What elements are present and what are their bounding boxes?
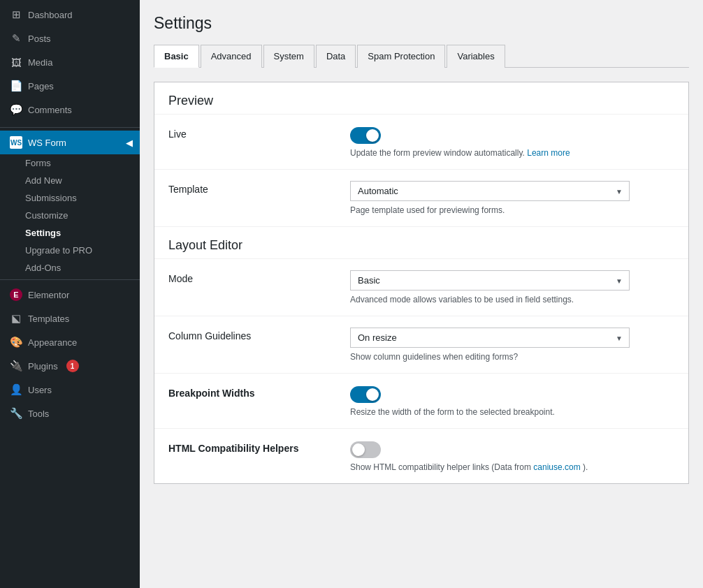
setting-breakpoint-widths-control: Resize the width of the form to the sele… <box>350 385 674 417</box>
page-title: Settings <box>154 14 689 33</box>
templates-icon: ⬕ <box>10 312 22 325</box>
sidebar-item-dashboard[interactable]: ⊞ Dashboard <box>0 3 140 27</box>
tab-spam-protection[interactable]: Spam Protection <box>357 45 445 68</box>
sidebar-item-tools[interactable]: 🔧 Tools <box>0 402 140 425</box>
sidebar-subitem-upgrade[interactable]: Upgrade to PRO <box>0 242 140 259</box>
sidebar-item-users[interactable]: 👤 Users <box>0 378 140 402</box>
sidebar-item-plugins[interactable]: 🔌 Plugins 1 <box>0 354 140 378</box>
setting-column-guidelines: Column Guidelines On resize Always Never… <box>154 316 688 374</box>
breakpoint-widths-toggle-slider <box>350 386 381 403</box>
elementor-icon: E <box>10 288 22 301</box>
setting-html-compat: HTML Compatibility Helpers Show HTML com… <box>154 429 688 483</box>
setting-live: Live Update the form preview window auto… <box>154 115 688 170</box>
tab-data[interactable]: Data <box>316 45 356 68</box>
sidebar-subitem-settings[interactable]: Settings <box>0 224 140 242</box>
setting-template-desc: Page template used for previewing forms. <box>350 205 674 215</box>
sidebar-subitem-customize[interactable]: Customize <box>0 207 140 224</box>
comments-icon: 💬 <box>10 103 22 116</box>
sidebar-item-label: Plugins <box>28 361 58 372</box>
sidebar-item-label: WS Form <box>28 138 66 148</box>
sidebar-item-label: Users <box>28 385 52 395</box>
setting-breakpoint-widths: Breakpoint Widths Resize the width of th… <box>154 374 688 429</box>
setting-template-control: Automatic Default Full Width Page templa… <box>350 181 674 215</box>
setting-live-desc: Update the form preview window automatic… <box>350 148 674 158</box>
setting-breakpoint-widths-label: Breakpoint Widths <box>168 385 336 399</box>
sidebar-item-label: Tools <box>28 409 49 419</box>
live-learn-more-link[interactable]: Learn more <box>527 148 570 158</box>
sidebar-item-label: Elementor <box>28 290 69 300</box>
caniuse-link[interactable]: caniuse.com <box>533 462 580 472</box>
setting-mode-label: Mode <box>168 270 336 284</box>
live-toggle-slider <box>350 127 381 144</box>
media-icon: 🖼 <box>10 56 22 68</box>
sidebar-item-label: Comments <box>28 105 72 115</box>
setting-column-guidelines-control: On resize Always Never Show column guide… <box>350 328 674 362</box>
dashboard-icon: ⊞ <box>10 8 22 21</box>
sidebar-subitem-submissions[interactable]: Submissions <box>0 189 140 207</box>
setting-html-compat-desc: Show HTML compatibility helper links (Da… <box>350 462 674 472</box>
setting-live-label: Live <box>168 126 336 140</box>
plugins-icon: 🔌 <box>10 360 22 372</box>
sidebar-subitem-addons[interactable]: Add-Ons <box>0 259 140 277</box>
tab-system[interactable]: System <box>263 45 314 68</box>
sidebar-item-elementor[interactable]: E Elementor <box>0 283 140 307</box>
sidebar-subitem-add-new[interactable]: Add New <box>0 172 140 189</box>
plugins-badge: 1 <box>66 360 79 372</box>
main-content: Settings Basic Advanced System Data Spam… <box>140 0 703 588</box>
setting-column-guidelines-label: Column Guidelines <box>168 328 336 341</box>
preview-section-title: Preview <box>154 82 688 115</box>
setting-breakpoint-widths-desc: Resize the width of the form to the sele… <box>350 407 674 417</box>
sidebar-item-label: Posts <box>28 34 51 44</box>
sidebar-item-label: Pages <box>28 81 54 91</box>
sidebar-item-wsform[interactable]: WS WS Form ◀ <box>0 131 140 154</box>
template-select[interactable]: Automatic Default Full Width <box>350 181 630 201</box>
setting-mode-control: Basic Advanced Advanced mode allows vari… <box>350 270 674 304</box>
settings-panel: Preview Live Update the form preview win… <box>154 82 689 484</box>
sidebar-item-label: Templates <box>28 314 69 324</box>
sidebar-item-posts[interactable]: ✎ Posts <box>0 27 140 50</box>
column-guidelines-select[interactable]: On resize Always Never <box>350 328 630 348</box>
sidebar-item-label: Media <box>28 57 52 68</box>
appearance-icon: 🎨 <box>10 336 22 348</box>
tab-basic[interactable]: Basic <box>154 45 199 68</box>
wsform-arrow: ◀ <box>126 138 133 148</box>
setting-column-guidelines-desc: Show column guidelines when editing form… <box>350 352 674 362</box>
setting-html-compat-control: Show HTML compatibility helper links (Da… <box>350 440 674 472</box>
tabs-bar: Basic Advanced System Data Spam Protecti… <box>154 44 689 68</box>
setting-template: Template Automatic Default Full Width Pa… <box>154 170 688 227</box>
users-icon: 👤 <box>10 383 22 396</box>
setting-live-control: Update the form preview window automatic… <box>350 126 674 158</box>
html-compat-toggle[interactable] <box>350 441 381 458</box>
breakpoint-widths-toggle[interactable] <box>350 386 381 403</box>
sidebar-item-pages[interactable]: 📄 Pages <box>0 74 140 98</box>
sidebar-item-comments[interactable]: 💬 Comments <box>0 98 140 122</box>
sidebar-item-media[interactable]: 🖼 Media <box>0 50 140 74</box>
setting-html-compat-label: HTML Compatibility Helpers <box>168 440 336 454</box>
layout-editor-section-title: Layout Editor <box>154 227 688 259</box>
sidebar-subitem-forms[interactable]: Forms <box>0 154 140 172</box>
setting-mode-desc: Advanced mode allows variables to be use… <box>350 295 674 304</box>
sidebar-item-label: Dashboard <box>28 10 73 20</box>
sidebar-item-label: Appearance <box>28 337 77 348</box>
setting-mode: Mode Basic Advanced Advanced mode allows… <box>154 259 688 316</box>
tab-advanced[interactable]: Advanced <box>201 45 262 68</box>
sidebar-item-templates[interactable]: ⬕ Templates <box>0 307 140 330</box>
html-compat-toggle-slider <box>350 441 381 458</box>
sidebar: ⊞ Dashboard ✎ Posts 🖼 Media 📄 Pages 💬 Co… <box>0 0 140 588</box>
template-select-wrap: Automatic Default Full Width <box>350 181 630 201</box>
mode-select[interactable]: Basic Advanced <box>350 270 630 291</box>
wsform-icon: WS <box>10 136 22 149</box>
posts-icon: ✎ <box>10 32 22 45</box>
sidebar-item-appearance[interactable]: 🎨 Appearance <box>0 330 140 354</box>
tab-variables[interactable]: Variables <box>447 45 505 68</box>
column-guidelines-select-wrap: On resize Always Never <box>350 328 630 348</box>
tools-icon: 🔧 <box>10 407 22 420</box>
pages-icon: 📄 <box>10 80 22 92</box>
mode-select-wrap: Basic Advanced <box>350 270 630 291</box>
setting-template-label: Template <box>168 181 336 195</box>
live-toggle[interactable] <box>350 127 381 144</box>
